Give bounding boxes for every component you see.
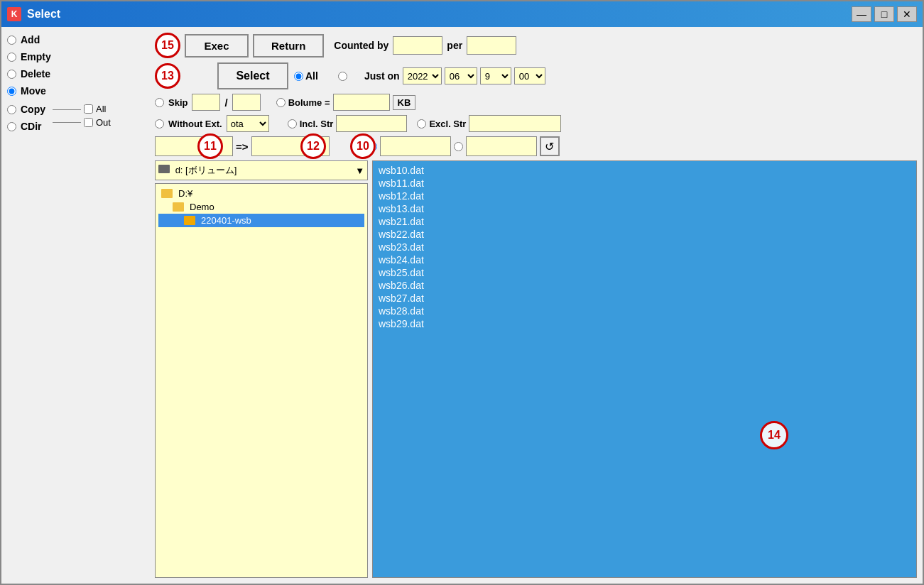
- incl-str-input[interactable]: wsb: [336, 115, 407, 132]
- left-panel: Add Empty Delete Move Copy: [7, 33, 149, 578]
- excl-str-box: Excl. Str wsf: [417, 115, 561, 132]
- delete-option[interactable]: Delete: [7, 67, 149, 81]
- list-item[interactable]: wsb12.dat: [379, 190, 911, 202]
- list-item[interactable]: wsb26.dat: [379, 279, 911, 292]
- skip-radio[interactable]: [155, 98, 164, 107]
- out-checkbox-row: Out: [53, 117, 111, 128]
- empty-radio[interactable]: [7, 53, 16, 62]
- list-item[interactable]: wsb10.dat: [379, 164, 911, 177]
- incl-str-radio[interactable]: [288, 119, 297, 129]
- skip-val1-input[interactable]: 1: [192, 94, 220, 111]
- tree-item-wsb[interactable]: 220401-wsb: [158, 214, 364, 227]
- skip-row: Skip 1 / 2 Bolume = 0 KB: [155, 94, 917, 111]
- month-dropdown[interactable]: 06: [445, 67, 477, 84]
- title-bar: K Select — □ ✕: [1, 1, 923, 27]
- time-dropdown[interactable]: 00: [514, 67, 545, 84]
- select-button[interactable]: Select: [217, 62, 288, 89]
- cdir-label[interactable]: CDir: [21, 121, 42, 132]
- all-checkbox[interactable]: [84, 104, 93, 114]
- filter1-input[interactable]: *.dat: [380, 136, 451, 156]
- without-ext-label[interactable]: Without Ext.: [168, 119, 222, 129]
- add-option[interactable]: Add: [7, 33, 149, 47]
- close-button[interactable]: ✕: [897, 6, 917, 22]
- exec-button[interactable]: Exec: [185, 34, 249, 58]
- excl-str-radio[interactable]: [417, 119, 426, 129]
- app-icon: K: [7, 7, 21, 21]
- badge-13: 13: [155, 63, 180, 89]
- folder-open-icon: [184, 216, 195, 225]
- ext-row: Without Ext. ota dat Incl. Str wsb Excl.…: [155, 115, 917, 132]
- list-item[interactable]: wsb28.dat: [379, 305, 911, 317]
- incl-str-box: Incl. Str wsb: [288, 115, 408, 132]
- filter2-radio[interactable]: [454, 142, 463, 151]
- list-item[interactable]: wsb25.dat: [379, 266, 911, 279]
- file-list-panel: 14 wsb10.datwsb11.datwsb12.datwsb13.datw…: [372, 160, 917, 578]
- move-option[interactable]: Move: [7, 84, 46, 98]
- drive-dropdown-arrow: ▼: [355, 165, 364, 176]
- list-item[interactable]: wsb27.dat: [379, 292, 911, 305]
- bolume-label[interactable]: Bolume =: [288, 97, 330, 108]
- move-label[interactable]: Move: [21, 85, 46, 97]
- dir-panel: d: [ボリューム] ▼ D:¥ Demo: [155, 160, 368, 578]
- list-item[interactable]: wsb11.dat: [379, 177, 911, 190]
- list-item[interactable]: wsb29.dat: [379, 317, 911, 330]
- tree-item-root[interactable]: D:¥: [158, 187, 364, 200]
- add-label[interactable]: Add: [21, 34, 40, 45]
- out-checkbox[interactable]: [84, 118, 93, 127]
- per-input[interactable]: 13: [467, 36, 516, 55]
- delete-label[interactable]: Delete: [21, 68, 50, 80]
- delete-radio[interactable]: [7, 70, 16, 79]
- cdir-radio[interactable]: [7, 122, 16, 131]
- bottom-split: d: [ボリューム] ▼ D:¥ Demo: [155, 160, 917, 578]
- list-item[interactable]: wsb23.dat: [379, 241, 911, 253]
- title-bar-controls: — □ ✕: [852, 6, 917, 22]
- day-dropdown[interactable]: 9: [480, 67, 511, 84]
- list-item[interactable]: wsb21.dat: [379, 215, 911, 228]
- folder-icon: [161, 189, 173, 198]
- copy-option[interactable]: Copy: [7, 102, 45, 116]
- filter-group: *.dat *.ota ↺: [368, 136, 560, 156]
- without-ext-radio[interactable]: [155, 119, 164, 129]
- counted-by-input[interactable]: 13: [393, 36, 442, 55]
- badge-11: 11: [197, 133, 223, 159]
- just-on-box: Just on 2022 2021 2023 06 9 00: [364, 67, 545, 84]
- empty-label[interactable]: Empty: [21, 51, 51, 62]
- main-window: K Select — □ ✕ Add Empty Delete: [0, 0, 924, 585]
- list-item[interactable]: wsb13.dat: [379, 202, 911, 215]
- out-label: Out: [96, 117, 111, 128]
- list-item[interactable]: wsb22.dat: [379, 228, 911, 241]
- drive-label: d: [ボリューム]: [158, 164, 237, 177]
- cdir-option[interactable]: CDir: [7, 119, 45, 133]
- return-button[interactable]: Return: [253, 34, 324, 58]
- dir-tree: D:¥ Demo 220401-wsb: [155, 183, 368, 578]
- empty-option[interactable]: Empty: [7, 50, 149, 64]
- excl-str-label[interactable]: Excl. Str: [429, 119, 466, 129]
- window-title: Select: [27, 8, 60, 21]
- copy-radio[interactable]: [7, 105, 16, 114]
- skip-label[interactable]: Skip: [168, 97, 187, 108]
- move-radio[interactable]: [7, 87, 16, 96]
- excl-str-input[interactable]: wsf: [469, 115, 561, 132]
- incl-str-label[interactable]: Incl. Str: [300, 119, 334, 129]
- maximize-button[interactable]: □: [874, 6, 894, 22]
- badge-12: 12: [300, 133, 326, 159]
- add-radio[interactable]: [7, 35, 16, 45]
- bolume-input[interactable]: 0: [333, 94, 390, 111]
- copy-label[interactable]: Copy: [21, 104, 45, 115]
- filter2-input[interactable]: *.ota: [466, 136, 537, 156]
- main-panel: 15 Exec Return Counted by 13 per 13 13 S…: [155, 33, 917, 578]
- bolume-box: Bolume = 0 KB: [276, 94, 416, 111]
- skip-val2-input[interactable]: 2: [232, 94, 261, 111]
- all-filter-radio[interactable]: [294, 72, 303, 81]
- minimize-button[interactable]: —: [852, 6, 871, 22]
- year-dropdown[interactable]: 2022 2021 2023: [403, 67, 442, 84]
- path-row: 11 b2 => 12 b0 10 *.dat *.ota ↺: [155, 136, 917, 156]
- drive-dropdown[interactable]: d: [ボリューム] ▼: [155, 160, 368, 180]
- all-filter-label[interactable]: All: [305, 70, 318, 82]
- just-on-radio[interactable]: [338, 72, 347, 81]
- list-item[interactable]: wsb24.dat: [379, 253, 911, 266]
- bolume-radio[interactable]: [276, 98, 286, 107]
- refresh-button[interactable]: ↺: [540, 136, 560, 156]
- tree-item-demo[interactable]: Demo: [158, 200, 364, 214]
- ext-dropdown[interactable]: ota dat: [227, 115, 269, 132]
